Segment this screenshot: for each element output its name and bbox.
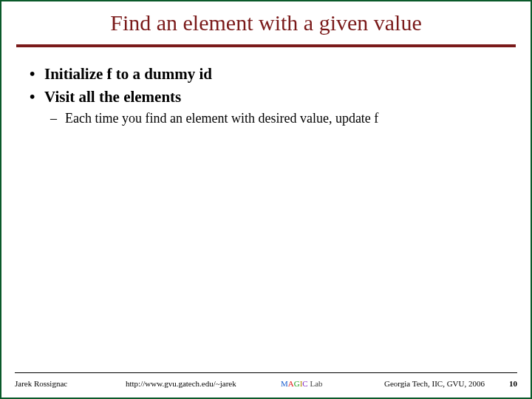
bullet-level1: Initialize f to a dummy id bbox=[24, 65, 508, 83]
lab-letter-g: G bbox=[294, 379, 300, 388]
lab-letter-m: M bbox=[281, 379, 288, 388]
lab-letter-c: C bbox=[302, 379, 307, 388]
bullet-level2: Each time you find an element with desir… bbox=[24, 111, 508, 126]
footer-page-number: 10 bbox=[497, 379, 517, 388]
slide: Find an element with a given value Initi… bbox=[0, 0, 532, 399]
footer-author: Jarek Rossignac bbox=[15, 379, 126, 388]
footer-url: http://www.gvu.gatech.edu/~jarek bbox=[126, 379, 281, 388]
footer-lab: MAGIC Lab bbox=[281, 379, 362, 388]
footer-org: Georgia Tech, IIC, GVU, 2006 bbox=[362, 379, 497, 388]
slide-title: Find an element with a given value bbox=[16, 10, 516, 35]
bullet-level1: Visit all the elements bbox=[24, 88, 508, 106]
lab-word: Lab bbox=[308, 379, 323, 388]
footer: Jarek Rossignac http://www.gvu.gatech.ed… bbox=[15, 372, 517, 393]
body-area: Initialize f to a dummy id Visit all the… bbox=[1, 47, 531, 372]
title-area: Find an element with a given value bbox=[1, 1, 531, 41]
lab-letter-a: A bbox=[288, 379, 294, 388]
